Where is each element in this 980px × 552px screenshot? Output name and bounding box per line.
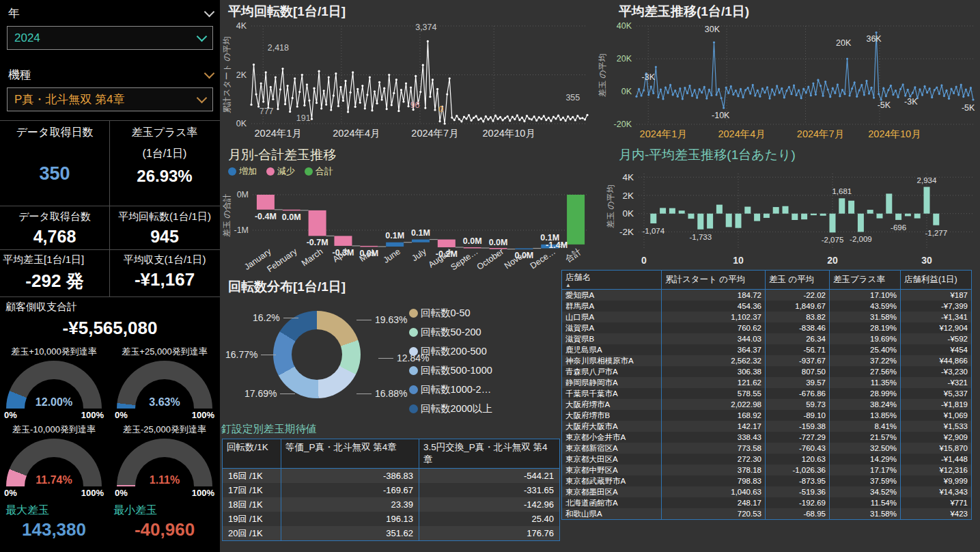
table-row[interactable]: 東京都墨田区A1,040.63-519.3634.52%¥14,343 [562,486,972,497]
table-cell: 34.52% [830,486,901,497]
table-row[interactable]: 群馬県A454.361,849.6743.59%-¥7,399 [562,301,972,312]
store-table-card[interactable]: 店舗名▲累計スタート の平均差玉 の平均差玉プラス率店舗利益(1日) 愛知県A1… [560,268,980,552]
legend-dot-icon [409,385,418,394]
daily-bar [924,187,930,214]
table-row[interactable]: 東京都武蔵野市A798.83-873.9537.59%¥9,999 [562,475,972,486]
donut-legend-item[interactable]: 回転数200-500 [409,345,492,358]
table-row[interactable]: 20回 /1K351.62176.76 [223,526,560,541]
daily-bar [848,201,854,214]
table-row[interactable]: 17回 /1K-169.67-331.65 [223,483,560,497]
table-cell: -56.71 [766,344,830,355]
table-cell: 338.43 [662,432,766,443]
table-row[interactable]: 滋賀県B344.0326.3419.69%-¥592 [562,333,972,344]
table-row[interactable]: 18回 /1K23.39-142.96 [223,497,560,512]
gauge-value: 1.11% [117,474,212,486]
legend-dot-icon [228,167,236,176]
waterfall-bar [438,240,456,247]
svg-text:差玉 の平均: 差玉 の平均 [606,184,615,229]
avg-turns-chart[interactable]: 平均回転数[1台/1日] 4K2K0K2024年1月2024年4月2024年7月… [220,0,596,143]
legend-item[interactable]: 減少 [266,165,295,178]
waterfall-total-bar [567,195,585,245]
legend-item[interactable]: 増加 [228,165,257,178]
table-row[interactable]: 東京都小金井市A338.43-727.2921.57%¥2,909 [562,432,972,443]
donut-legend-item[interactable]: 回転数0-50 [409,307,492,320]
pin-table-header-row[interactable]: 回転数/1K等価_P真・北斗無双 第4章3.5円交換_P真・北斗無双 第4章 [223,439,560,469]
turn-distribution-donut[interactable]: 回転数分布[1台/1日] 19.63%12.84%16.88%17.69%16.… [220,275,560,422]
table-row[interactable]: 東京都中野区A378.18-1,026.3617.17%¥12,316 [562,465,972,475]
chevron-down-icon[interactable] [197,31,208,42]
table-cell: 378.18 [662,465,766,475]
daily-bar [716,205,723,214]
table-row[interactable]: 神奈川県相模原市A2,562.32-937.6737.22%¥44,866 [562,355,972,366]
gauge-arc: 3.63% [117,361,212,409]
store-table-column-header[interactable]: 差玉プラス率 [830,271,901,290]
table-row[interactable]: 和歌山県A720.53-68.9531.58%¥423 [562,508,972,520]
table-row[interactable]: 大阪府堺市A2,022.9859.7338.24%-¥1,819 [562,399,972,410]
chevron-down-icon[interactable] [197,93,208,104]
year-slicer-header[interactable]: 年 [8,4,213,22]
table-row[interactable]: 19回 /1K196.1325.40 [223,512,560,526]
year-dropdown-value: 2024 [14,31,40,45]
table-row[interactable]: 大阪府堺市B168.92-89.1013.85%¥1,069 [562,410,972,421]
pin-setting-table-card[interactable]: 釘設定別差玉期待値 回転数/1K等価_P真・北斗無双 第4章3.5円交換_P真・… [220,422,561,552]
table-cell: ¥423 [901,508,972,520]
gauge-plus-25000: 差玉+25,000発到達率 3.63% 0%100% [113,346,216,420]
legend-label: 回転数500-1000 [421,364,492,377]
store-table-header-row[interactable]: 店舗名▲累計スタート の平均差玉 の平均差玉プラス率店舗利益(1日) [562,271,972,290]
table-row[interactable]: 鹿児島県A364.37-56.7125.40%¥454 [562,344,972,355]
store-table-column-header[interactable]: 店舗名▲ [562,271,662,290]
svg-text:4K: 4K [622,172,634,182]
year-dropdown[interactable]: 2024 [7,26,213,50]
table-row[interactable]: 大阪府大阪市A142.17-159.388.41%¥1,533 [562,421,972,432]
table-cell: 27.56% [830,366,901,377]
gauge-arc: 1.11% [117,439,212,486]
donut-legend-item[interactable]: 回転数50-200 [409,326,492,339]
pin-table-column-header[interactable]: 等価_P真・北斗無双 第4章 [281,439,419,469]
daily-bar-label: -2,075 [822,236,844,244]
sort-ascending-icon[interactable]: ▲ [565,284,658,288]
daily-bar-label: -696 [891,223,906,232]
pin-table-column-header[interactable]: 回転数/1K [223,439,281,469]
annotation-label: 30K [705,25,720,34]
store-table-column-header[interactable]: 店舗利益(1日) [901,271,972,290]
legend-label: 回転数1000-2… [421,383,491,396]
table-row[interactable]: 静岡県静岡市A121.6239.5711.35%-¥321 [562,377,972,388]
waterfall-bar [283,210,300,211]
pin-table-column-header[interactable]: 3.5円交換_P真・北斗無双 第4章 [419,439,560,469]
table-row[interactable]: 青森県八戸市A306.38807.5027.56%-¥3,230 [562,366,972,377]
table-cell: 19回 /1K [223,512,281,526]
daily-diff-bar-chart[interactable]: 月内-平均差玉推移(1台あたり) 4K2K0K-2K0102030差玉 の平均-… [596,143,980,275]
table-row[interactable]: 山口県A1,102.3783.8231.58%-¥1,341 [562,312,972,322]
monthly-waterfall-title: 月別-合計差玉推移 [228,146,336,164]
table-row[interactable]: 東京都大田区A272.30120.6314.29%-¥1,448 [562,454,972,465]
donut-legend-item[interactable]: 回転数500-1000 [409,364,492,377]
svg-text:2024年1月: 2024年1月 [255,128,302,139]
waterfall-label: 0.1M [411,228,430,238]
daily-bar [839,198,845,213]
table-row[interactable]: 滋賀県A760.62-838.4628.19%¥12,904 [562,322,972,333]
avg-diff-trend-chart[interactable]: 平均差玉推移(1台/1日) 40K20K0K-20K2024年1月2024年4月… [596,0,980,143]
machine-slicer-header[interactable]: 機種 [8,66,213,83]
table-cell: 26.34 [766,333,830,344]
table-row[interactable]: 千葉県千葉市A578.55-676.8628.99%¥5,337 [562,388,972,399]
monthly-waterfall-chart[interactable]: 月別-合計差玉推移 増加減少合計 0M-1M差玉 の合計-0.4M0.0M-0.… [220,143,596,275]
table-row[interactable]: 16回 /1K-386.83-544.21 [223,469,560,484]
table-cell: -¥3,230 [901,366,972,377]
table-row[interactable]: 北海道函館市A248.17-192.6911.54%¥771 [562,497,972,508]
store-table-column-header[interactable]: 累計スタート の平均 [662,271,766,290]
table-row[interactable]: 愛知県A184.72-22.0217.10%¥187 [562,290,972,301]
store-table-column-header[interactable]: 差玉 の平均 [766,271,830,290]
donut-legend-item[interactable]: 回転数2000以上 [409,402,492,415]
waterfall-bar [257,195,275,210]
table-row[interactable]: 東京都新宿区A773.58-760.4332.50%¥15,870 [562,443,972,454]
daily-bar [830,214,836,233]
donut-legend-item[interactable]: 回転数1000-2… [409,383,492,396]
chevron-down-icon[interactable] [204,68,215,79]
table-cell: 454.36 [662,301,766,312]
kpi-days-value: 350 [0,163,109,184]
waterfall-label: 0.0M [463,236,482,246]
gauge-min: 0% [115,488,128,498]
machine-dropdown[interactable]: P真・北斗無双 第4章 [7,87,213,111]
chevron-down-icon[interactable] [204,6,215,17]
legend-item[interactable]: 合計 [305,165,333,178]
